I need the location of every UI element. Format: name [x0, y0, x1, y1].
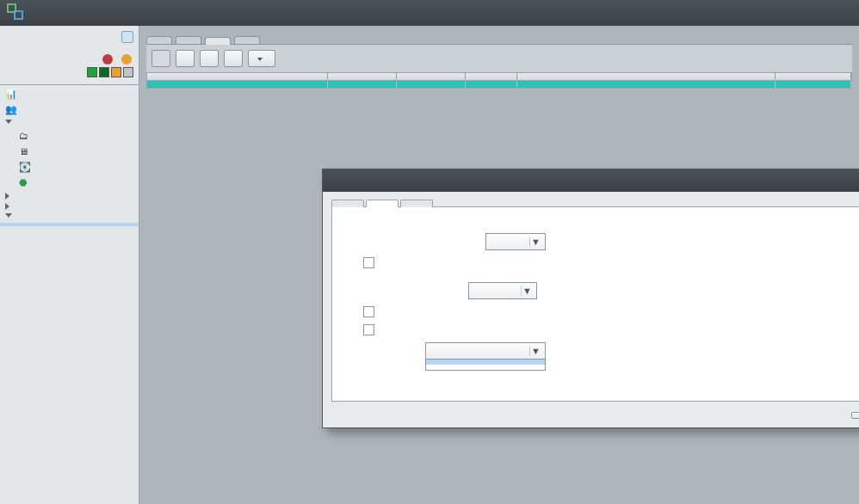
chevron-down-icon: [257, 58, 263, 61]
cell-last-backup: [776, 81, 851, 88]
cell-state: [466, 81, 517, 88]
enforce-checkbox[interactable]: [363, 306, 374, 317]
col-pcoip[interactable]: [397, 73, 466, 80]
backup-button[interactable]: [224, 50, 243, 67]
pools-icon: 🗂: [19, 131, 31, 143]
nav-inventory[interactable]: [0, 118, 139, 129]
nav-monitoring[interactable]: [0, 191, 139, 201]
authenticator-select[interactable]: ▼: [425, 342, 546, 360]
edit-connection-server-dialog: ? ▼: [322, 169, 859, 428]
error-icon: [102, 54, 113, 65]
chevron-down-icon: [5, 120, 12, 127]
dialog-tab-backup[interactable]: [400, 200, 433, 207]
chevron-down-icon: [5, 213, 12, 221]
health-orange-icon: [111, 67, 121, 77]
tab-security[interactable]: [176, 36, 201, 44]
nav-policies[interactable]: [0, 201, 139, 212]
chevron-right-icon: [5, 193, 9, 200]
app-titlebar: [0, 0, 859, 26]
col-state[interactable]: [466, 73, 517, 80]
warning-icon: [121, 54, 132, 65]
health-darkgreen-icon: [99, 67, 109, 77]
nav-persistent-disks[interactable]: 💽: [0, 160, 139, 175]
content-area: ? ▼: [139, 26, 859, 504]
col-version[interactable]: [328, 73, 397, 80]
tab-connection[interactable]: [205, 37, 231, 45]
same-user-checkbox[interactable]: [363, 324, 374, 335]
server-tabs: [146, 36, 852, 44]
cell-name: [147, 81, 328, 88]
col-settings[interactable]: [517, 73, 776, 80]
smartcard-select[interactable]: ▼: [485, 233, 546, 250]
authenticator-dropdown: [425, 359, 546, 371]
cell-settings: [517, 81, 776, 88]
nav-view-config[interactable]: [0, 212, 139, 223]
disconnect-checkbox[interactable]: [363, 257, 374, 268]
thinapps-icon: ⬣: [19, 177, 31, 189]
nav-dashboard[interactable]: 📊: [0, 87, 139, 102]
dashboard-icon: 📊: [5, 89, 17, 101]
chevron-down-icon: ▼: [529, 237, 541, 247]
col-conn-server[interactable]: [147, 73, 328, 80]
cell-version: [328, 81, 397, 88]
grid-header: [146, 72, 852, 81]
dialog-tab-general[interactable]: [331, 200, 364, 207]
tab-vcenter[interactable]: [146, 36, 172, 44]
toolbar: [146, 44, 852, 72]
nav-event-config[interactable]: [0, 243, 139, 247]
dialog-tabs: [331, 199, 859, 207]
enable-button: [151, 50, 170, 67]
users-icon: 👥: [5, 104, 17, 116]
disk-icon: 💽: [19, 162, 31, 174]
cell-pcoip: [397, 81, 466, 88]
health-gray-icon: [123, 67, 133, 77]
chevron-right-icon: [5, 203, 9, 210]
nav-tree: 📊 👥 🗂 🖥 💽 ⬣: [0, 85, 139, 504]
more-commands-button[interactable]: [248, 50, 275, 67]
chevron-down-icon: ▼: [529, 346, 541, 356]
desktops-icon: 🖥: [19, 146, 31, 158]
dialog-titlebar[interactable]: ?: [323, 169, 859, 192]
page-title: [146, 29, 852, 34]
nav-users-groups[interactable]: 👥: [0, 102, 139, 118]
disable-button[interactable]: [176, 50, 195, 67]
chevron-down-icon: ▼: [521, 286, 533, 296]
dialog-tab-authentication[interactable]: [366, 200, 399, 207]
health-boxes[interactable]: [87, 67, 133, 77]
two-factor-select[interactable]: ▼: [468, 282, 537, 299]
col-last-backup[interactable]: [776, 73, 851, 80]
tab-transfer[interactable]: [234, 36, 260, 44]
updated-row: [5, 28, 133, 48]
vmware-logo-icon: [7, 3, 26, 22]
refresh-icon[interactable]: [121, 31, 133, 43]
authenticator-option-manage: [426, 365, 545, 370]
health-green-icon: [87, 67, 97, 77]
nav-desktops[interactable]: 🖥: [0, 144, 139, 160]
nav-thinapps[interactable]: ⬣: [0, 175, 139, 191]
sidebar: 📊 👥 🗂 🖥 💽 ⬣: [0, 26, 139, 504]
table-row[interactable]: [146, 81, 852, 89]
edit-button[interactable]: [200, 50, 219, 67]
nav-pools[interactable]: 🗂: [0, 129, 139, 144]
ok-button[interactable]: [851, 412, 859, 419]
